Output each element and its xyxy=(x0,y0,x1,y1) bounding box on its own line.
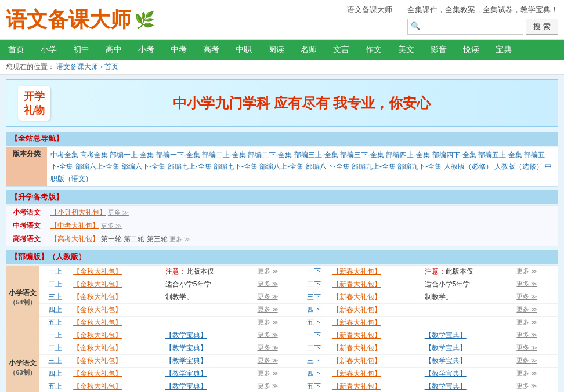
link-gaokao-quanji[interactable]: 高考全集 xyxy=(80,151,108,159)
nav-item-reading[interactable]: 阅读 xyxy=(260,40,292,60)
grade63-1x: 一下 xyxy=(298,329,330,342)
search-input[interactable] xyxy=(407,19,523,35)
link-buebian1x[interactable]: 部编一下-全集 xyxy=(156,151,200,159)
link-zhongwen-more[interactable]: 更多 ≫ xyxy=(101,222,122,229)
nav-item-teacher[interactable]: 名师 xyxy=(292,40,325,60)
label-primary54: 小学语文（54制） xyxy=(6,266,39,329)
grade-row-2: 二上 【金秋大礼包】 适合小学5年学 更多 ≫ 二下 【新春大礼包】 适合小学5… xyxy=(6,278,558,291)
grade63-5x: 五下 xyxy=(298,380,330,392)
link-zhongkao-pkg[interactable]: 【中考大礼包】 xyxy=(50,222,99,230)
grade-2s: 二上 xyxy=(39,278,71,291)
cell63-2s-pkg: 【金秋大礼包】 xyxy=(71,342,163,355)
link-buebian9s[interactable]: 部编九上-全集 xyxy=(352,162,396,170)
link-buebian8s[interactable]: 部编八上-全集 xyxy=(259,162,303,170)
version-label: 版本分类 xyxy=(6,147,47,187)
nav-item-home[interactable]: 首页 xyxy=(0,40,32,60)
upgrade-table: 小考语文 【小升初大礼包】 更多 ≫ 中考语文 【中考大礼包】 更多 ≫ 高考语… xyxy=(6,205,558,246)
link-buebian3x[interactable]: 部编三下-全集 xyxy=(340,151,384,159)
cell-2x-note: 适合小学5年学 xyxy=(422,278,515,291)
nav-item-meiwen[interactable]: 美文 xyxy=(390,40,422,60)
link-buebian7x[interactable]: 部编七下-全集 xyxy=(214,162,258,170)
link-buebian5s[interactable]: 部编五上-全集 xyxy=(478,151,522,159)
cell-3x-more: 更多 ≫ xyxy=(514,291,558,304)
upgrade-row-gaowen: 高考语文 【高考大礼包】 第一轮 第二轮 第三轮 更多 ≫ xyxy=(6,233,558,246)
nav-item-zhongkao[interactable]: 中考 xyxy=(162,40,195,60)
version-row: 版本分类 中考全集 高考全集 部编一上-全集 部编一下-全集 部编二上-全集 部… xyxy=(6,147,558,187)
grade-5x: 五下 xyxy=(298,317,330,329)
cell-3s-note: 制教学。 xyxy=(163,291,255,304)
breadcrumb-sep: › xyxy=(100,63,104,71)
cell63-2x-note: 【教学宝典】 xyxy=(422,342,515,355)
cell-1s-pkg: 【金秋大礼包】 xyxy=(71,266,163,278)
link-buebian6x[interactable]: 部编六下-全集 xyxy=(121,162,165,170)
link-round3[interactable]: 第三轮 xyxy=(147,235,168,243)
cell63-3x-more: 更多 ≫ xyxy=(514,355,558,368)
main-content: 【全站总导航】 版本分类 中考全集 高考全集 部编一上-全集 部编一下-全集 部… xyxy=(6,132,558,392)
cell-3s-more: 更多 ≫ xyxy=(255,291,298,304)
banner-badge: 开学礼物 xyxy=(18,86,50,121)
nav-item-wenyan[interactable]: 文言 xyxy=(325,40,357,60)
link-renjiao-xx[interactable]: 人教版（选修） xyxy=(494,162,543,170)
cell-4s-pkg: 【金秋大礼包】 xyxy=(71,304,163,317)
search-icon: 🔍 xyxy=(411,21,420,30)
grade-row-63-5: 五上 【金秋大礼包】 【教学宝典】 更多 ≫ 五下 【新春大礼包】 【教学宝典】… xyxy=(6,380,558,392)
grade63-4x: 四下 xyxy=(298,368,330,380)
banner-badge-text: 开学礼物 xyxy=(24,89,45,117)
nav-item-yuedu[interactable]: 悦读 xyxy=(455,40,487,60)
link-round1[interactable]: 第一轮 xyxy=(101,235,122,243)
nav-item-xiaokao[interactable]: 小考 xyxy=(130,40,162,60)
grade-1s: 一上 xyxy=(39,266,71,278)
link-round2[interactable]: 第二轮 xyxy=(124,235,144,243)
link-buebian2x[interactable]: 部编二下-全集 xyxy=(248,151,292,159)
grade-3x: 三下 xyxy=(298,291,330,304)
cell63-5x-more: 更多 ≫ xyxy=(514,380,558,392)
grade63-3s: 三上 xyxy=(39,355,71,368)
cell-4x-more: 更多 ≫ xyxy=(514,304,558,317)
grade-row-63-3: 三上 【金秋大礼包】 【教学宝典】 更多 ≫ 三下 【新春大礼包】 【教学宝典】… xyxy=(6,355,558,368)
logo-text: 语文备课大师 xyxy=(6,6,131,34)
nav-item-baodian[interactable]: 宝典 xyxy=(487,40,520,60)
link-gaowen-more[interactable]: 更多 ≫ xyxy=(169,235,190,242)
cell-1x-pkg: 【新春大礼包】 xyxy=(330,266,422,278)
link-buebian8x[interactable]: 部编八下-全集 xyxy=(306,162,350,170)
link-buebian7s[interactable]: 部编七上-全集 xyxy=(168,162,212,170)
link-buebian1s[interactable]: 部编一上-全集 xyxy=(110,151,154,159)
link-buebian4x[interactable]: 部编四下-全集 xyxy=(432,151,476,159)
cell63-4s-more: 更多 ≫ xyxy=(255,368,298,380)
nav-item-zhongzhi[interactable]: 中职 xyxy=(227,40,260,60)
nav-item-video[interactable]: 影音 xyxy=(422,40,455,60)
link-gaokao-pkg[interactable]: 【高考大礼包】 xyxy=(50,235,99,243)
search-button[interactable]: 搜 索 xyxy=(526,19,558,35)
grade-table: .gt td { border-bottom: 1px solid #f0f0f… xyxy=(6,265,558,392)
upgrade-content-gaowen: 【高考大礼包】 第一轮 第二轮 第三轮 更多 ≫ xyxy=(47,233,558,246)
cell-2s-note: 适合小学5年学 xyxy=(163,278,255,291)
link-buebian4s[interactable]: 部编四上-全集 xyxy=(386,151,430,159)
nav-item-gaokao[interactable]: 高考 xyxy=(195,40,227,60)
link-xiaoshengchu[interactable]: 【小升初大礼包】 xyxy=(50,208,106,216)
nav-item-primary[interactable]: 小学 xyxy=(32,40,65,60)
link-renjiao-bx[interactable]: 人教版（必修） xyxy=(444,162,493,170)
cell63-5s-note: 【教学宝典】 xyxy=(163,380,255,392)
search-bar: 🔍 搜 索 xyxy=(407,19,558,35)
breadcrumb-current[interactable]: 首页 xyxy=(104,63,118,71)
link-buebian9x[interactable]: 部编九下-全集 xyxy=(397,162,442,170)
grade-row-5: 五上 【金秋大礼包】 更多 ≫ 五下 【新春大礼包】 更多 ≫ xyxy=(6,317,558,329)
cell63-2x-more: 更多 ≫ xyxy=(514,342,558,355)
link-xiaowen-more[interactable]: 更多 ≫ xyxy=(108,209,129,216)
nav-item-middle[interactable]: 初中 xyxy=(65,40,97,60)
nav-item-composition[interactable]: 作文 xyxy=(357,40,390,60)
link-buebian3s[interactable]: 部编三上-全集 xyxy=(294,151,338,159)
cell-2x-pkg: 【新春大礼包】 xyxy=(330,278,422,291)
grade-4s: 四上 xyxy=(39,304,71,317)
link-buebian2s[interactable]: 部编二上-全集 xyxy=(202,151,246,159)
label-primary63: 小学语文（63制） xyxy=(6,329,39,392)
cell63-1s-note: 【教学宝典】 xyxy=(163,329,255,342)
link-zhongkao-quanji[interactable]: 中考全集 xyxy=(50,151,78,159)
breadcrumb-site[interactable]: 语文备课大师 xyxy=(56,63,98,71)
cell63-2x-pkg: 【新春大礼包】 xyxy=(330,342,422,355)
grade-1x: 一下 xyxy=(298,266,330,278)
grade63-2x: 二下 xyxy=(298,342,330,355)
link-buebian6s[interactable]: 部编六上-全集 xyxy=(75,162,120,170)
upgrade-content-xiaowen: 【小升初大礼包】 更多 ≫ xyxy=(47,206,558,220)
nav-item-high[interactable]: 高中 xyxy=(97,40,130,60)
